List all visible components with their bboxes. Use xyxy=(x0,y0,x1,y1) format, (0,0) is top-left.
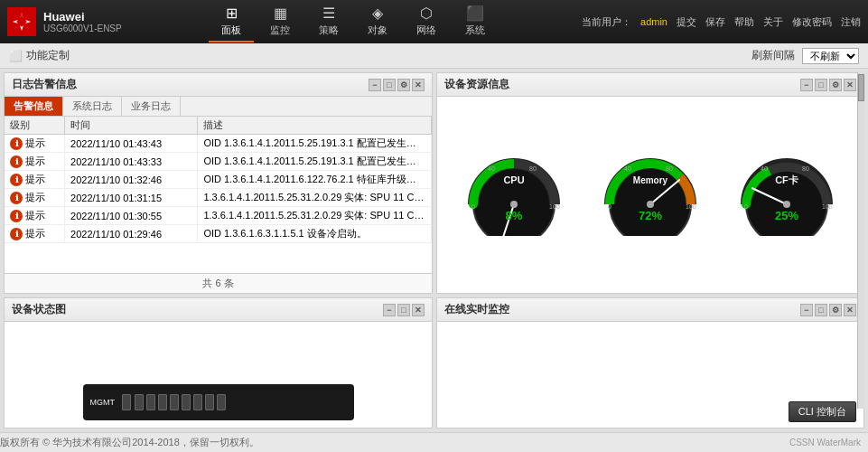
nav-bar: ⊞ 面板 ▦ 监控 ☰ 策略 ◈ 对象 ⬡ 网络 ⬛ 系统 xyxy=(125,1,582,42)
device-close-icon[interactable]: ✕ xyxy=(412,304,425,316)
gauges-container: 0 40 80 100 CPU 8% xyxy=(437,97,863,293)
log-panel-title: 日志告警信息 xyxy=(12,77,77,92)
col-level: 级别 xyxy=(5,117,65,135)
svg-point-25 xyxy=(783,201,790,208)
footer-right: CSSN WaterMark xyxy=(789,438,868,447)
svg-point-0 xyxy=(19,19,24,24)
log-close-icon[interactable]: ✕ xyxy=(412,79,425,91)
online-close-icon[interactable]: ✕ xyxy=(844,304,856,316)
scrollbar[interactable] xyxy=(857,72,864,409)
action-help[interactable]: 帮助 xyxy=(734,15,754,29)
log-table-row[interactable]: ℹ提示2022/11/10 01:43:33OID 1.3.6.1.4.1.20… xyxy=(5,153,432,171)
func-customize[interactable]: ⬜ 功能定制 xyxy=(9,48,70,63)
nav-item-dashboard[interactable]: ⊞ 面板 xyxy=(209,1,254,42)
cf-gauge: 0 40 80 100 CF卡 25% xyxy=(737,155,836,236)
resource-close-icon[interactable]: ✕ xyxy=(844,79,856,91)
level-badge: ℹ xyxy=(10,137,23,150)
nav-item-policy[interactable]: ☰ 策略 xyxy=(306,1,351,42)
refresh-label: 刷新间隔 xyxy=(751,48,795,63)
resource-restore-icon[interactable]: □ xyxy=(815,79,827,91)
level-badge: ℹ xyxy=(10,192,23,204)
device-restore-icon[interactable]: □ xyxy=(397,304,410,316)
svg-text:CF卡: CF卡 xyxy=(775,174,799,185)
resource-panel: 设备资源信息 − □ ⚙ ✕ xyxy=(436,72,864,294)
log-table-row[interactable]: ℹ提示2022/11/10 01:32:46OID 1.3.6.1.4.1.20… xyxy=(5,171,432,189)
tab-alert-info[interactable]: 告警信息 xyxy=(5,97,63,116)
nav-label-dashboard: 面板 xyxy=(221,24,241,37)
tab-business-log[interactable]: 业务日志 xyxy=(122,97,181,116)
nav-label-network: 网络 xyxy=(416,24,436,37)
logo-text-block: Huawei USG6000V1-ENSP xyxy=(43,10,122,33)
log-desc-cell: OID 1.3.6.1.4.1.2011.6.122.76.2.1 特征库升级成… xyxy=(198,171,432,189)
log-time-cell: 2022/11/10 01:30:55 xyxy=(65,207,198,225)
log-table-row[interactable]: ℹ提示2022/11/10 01:43:43OID 1.3.6.1.4.1.20… xyxy=(5,135,432,153)
online-restore-icon[interactable]: □ xyxy=(815,304,827,316)
log-table-row[interactable]: ℹ提示2022/11/10 01:31:151.3.6.1.4.1.2011.5… xyxy=(5,189,432,207)
cli-button[interactable]: CLI 控制台 xyxy=(789,401,856,422)
log-table: 级别 时间 描述 ℹ提示2022/11/10 01:43:43OID 1.3.6… xyxy=(5,117,432,243)
action-about[interactable]: 关于 xyxy=(763,15,783,29)
level-badge: ℹ xyxy=(10,174,23,186)
level-badge: ℹ xyxy=(10,228,23,240)
nav-item-monitor[interactable]: ▦ 监控 xyxy=(257,1,303,42)
log-restore-icon[interactable]: □ xyxy=(383,79,396,91)
level-badge: ℹ xyxy=(10,155,23,168)
log-time-cell: 2022/11/10 01:29:46 xyxy=(65,225,198,243)
online-settings-icon[interactable]: ⚙ xyxy=(829,304,842,316)
dashboard-icon: ⊞ xyxy=(226,5,238,22)
log-table-wrapper: 级别 时间 描述 ℹ提示2022/11/10 01:43:43OID 1.3.6… xyxy=(5,117,432,273)
log-desc-cell: OID 1.3.6.1.4.1.2011.5.25.191.3.1 配置已发生变… xyxy=(198,153,432,171)
huawei-logo xyxy=(7,7,36,36)
func-label: 功能定制 xyxy=(26,48,70,63)
resource-minimize-icon[interactable]: − xyxy=(800,79,813,91)
resource-settings-icon[interactable]: ⚙ xyxy=(829,79,842,91)
scroll-thumb[interactable] xyxy=(858,74,864,101)
nav-item-network[interactable]: ⬡ 网络 xyxy=(404,1,449,42)
model-name: USG6000V1-ENSP xyxy=(43,24,122,33)
main-content: 日志告警信息 − □ ⚙ ✕ 告警信息 系统日志 业务日志 级别 xyxy=(0,69,868,432)
svg-text:Memory: Memory xyxy=(633,175,668,185)
device-status-icons: − □ ✕ xyxy=(383,304,425,316)
online-panel-header: 在线实时监控 − □ ⚙ ✕ xyxy=(437,298,863,322)
tab-system-log[interactable]: 系统日志 xyxy=(63,97,122,116)
log-desc-cell: 1.3.6.1.4.1.2011.5.25.31.2.0.29 实体: SPU … xyxy=(198,207,432,225)
log-settings-icon[interactable]: ⚙ xyxy=(397,79,410,91)
nav-item-system[interactable]: ⬛ 系统 xyxy=(453,1,498,42)
log-tabs: 告警信息 系统日志 业务日志 xyxy=(5,97,432,117)
log-minimize-icon[interactable]: − xyxy=(369,79,381,91)
action-submit[interactable]: 提交 xyxy=(677,15,696,29)
log-level-cell: ℹ提示 xyxy=(5,189,65,207)
cpu-gauge-svg: 0 40 80 100 CPU 8% xyxy=(464,155,564,236)
svg-text:40: 40 xyxy=(624,165,631,172)
svg-text:80: 80 xyxy=(802,165,809,172)
log-table-row[interactable]: ℹ提示2022/11/10 01:29:46OID 1.3.6.1.6.3.1.… xyxy=(5,225,432,243)
log-total: 共 6 条 xyxy=(202,278,233,288)
nav-item-object[interactable]: ◈ 对象 xyxy=(355,1,400,42)
svg-text:100: 100 xyxy=(549,203,560,210)
port-7 xyxy=(205,394,214,410)
col-time: 时间 xyxy=(65,117,198,135)
online-minimize-icon[interactable]: − xyxy=(800,304,813,316)
device-minimize-icon[interactable]: − xyxy=(383,304,396,316)
action-save[interactable]: 保存 xyxy=(705,15,725,29)
svg-point-7 xyxy=(510,201,518,208)
action-change-password[interactable]: 修改密码 xyxy=(792,15,832,29)
log-table-row[interactable]: ℹ提示2022/11/10 01:30:551.3.6.1.4.1.2011.5… xyxy=(5,207,432,225)
log-desc-cell: OID 1.3.6.1.6.3.1.1.5.1 设备冷启动。 xyxy=(198,225,432,243)
action-logout[interactable]: 注销 xyxy=(841,15,861,29)
svg-text:80: 80 xyxy=(529,165,537,172)
log-level-cell: ℹ提示 xyxy=(5,153,65,171)
policy-icon: ☰ xyxy=(322,5,335,22)
online-panel-icons: − □ ⚙ ✕ xyxy=(800,304,856,316)
header-right: 当前用户：admin 提交 保存 帮助 关于 修改密码 注销 xyxy=(582,15,861,29)
left-panel: 日志告警信息 − □ ⚙ ✕ 告警信息 系统日志 业务日志 级别 xyxy=(4,72,433,428)
device-status-panel: 设备状态图 − □ ✕ MGMT xyxy=(4,297,433,428)
brand-name: Huawei xyxy=(43,10,122,24)
log-time-cell: 2022/11/10 01:43:33 xyxy=(65,153,198,171)
port-6 xyxy=(193,394,202,410)
cf-gauge-svg: 0 40 80 100 CF卡 25% xyxy=(737,155,836,236)
svg-text:CPU: CPU xyxy=(504,174,525,185)
svg-text:72%: 72% xyxy=(639,209,662,222)
refresh-select[interactable]: 不刷新 30秒 1分钟 5分钟 xyxy=(802,48,859,64)
device-model-label: MGMT xyxy=(90,398,116,407)
